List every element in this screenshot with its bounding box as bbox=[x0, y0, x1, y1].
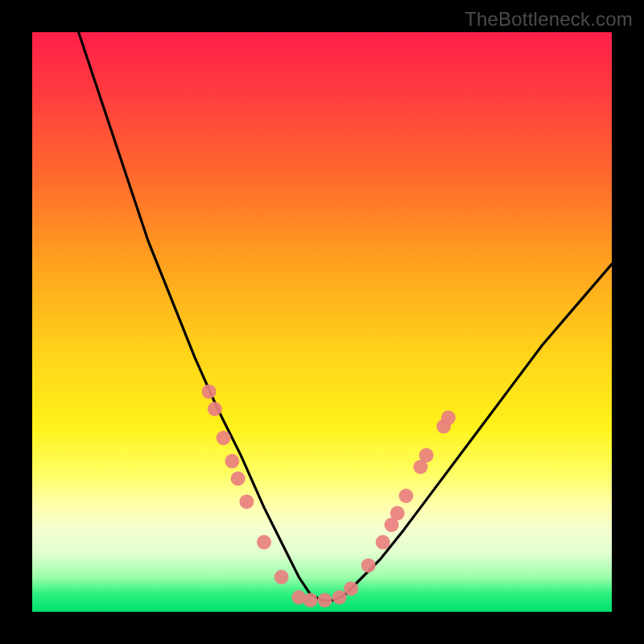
data-marker bbox=[332, 590, 347, 605]
data-marker bbox=[390, 506, 405, 521]
data-marker bbox=[398, 489, 413, 503]
marker-group bbox=[202, 384, 456, 607]
data-marker bbox=[303, 593, 318, 608]
data-marker bbox=[231, 471, 246, 485]
data-marker bbox=[257, 535, 271, 550]
plot-area bbox=[32, 32, 612, 612]
data-marker bbox=[344, 581, 358, 596]
chart-svg bbox=[32, 32, 612, 612]
data-marker bbox=[361, 558, 376, 572]
data-marker bbox=[202, 384, 217, 398]
data-marker bbox=[419, 448, 434, 463]
data-marker bbox=[208, 402, 222, 416]
data-marker bbox=[441, 411, 456, 425]
chart-frame: TheBottleneck.com bbox=[0, 0, 644, 644]
watermark-text: TheBottleneck.com bbox=[464, 8, 633, 31]
data-marker bbox=[217, 431, 231, 445]
data-marker bbox=[318, 593, 332, 608]
data-marker bbox=[239, 494, 254, 509]
bottleneck-curve bbox=[79, 32, 612, 601]
data-marker bbox=[225, 454, 239, 469]
data-marker bbox=[275, 570, 289, 584]
data-marker bbox=[376, 535, 390, 550]
